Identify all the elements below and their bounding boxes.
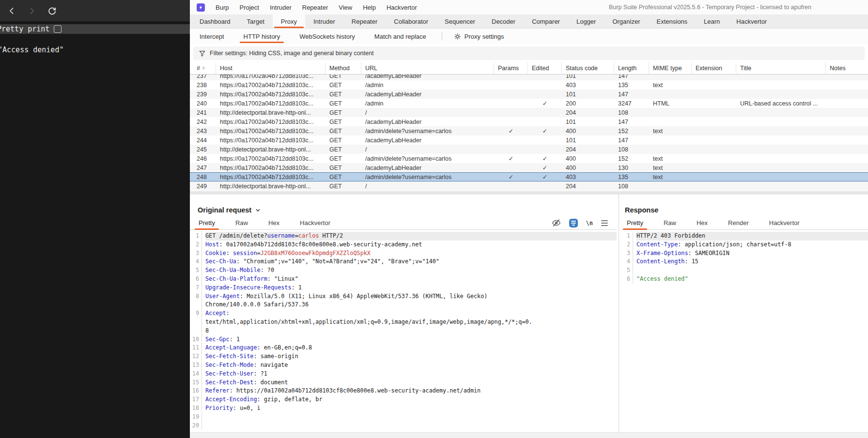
browser-pane: Pretty print "Access denied" bbox=[0, 0, 190, 438]
filter-settings-bar[interactable]: Filter settings: Hiding CSS, image and g… bbox=[193, 46, 865, 60]
newline-display-icon[interactable]: \n bbox=[586, 220, 593, 227]
http-history-row-244[interactable]: 244https://0a17002a04b712dd8103c...GET/a… bbox=[190, 136, 868, 145]
code-line: 8User-Agent: Mozilla/5.0 (X11; Linux x86… bbox=[190, 292, 617, 301]
menu-item-hackvertor[interactable]: Hackvertor bbox=[387, 4, 417, 11]
http-history-row-240[interactable]: 240https://0a17002a04b712dd8103c...GET/a… bbox=[190, 99, 868, 108]
code-line: 17Accept-Encoding: gzip, deflate, br bbox=[190, 395, 617, 404]
code-line: 8 bbox=[190, 327, 617, 335]
main-tab-collaborator[interactable]: Collaborator bbox=[386, 15, 436, 28]
main-tab-dashboard[interactable]: Dashboard bbox=[191, 15, 239, 28]
proxy-settings-button[interactable]: Proxy settings bbox=[448, 29, 510, 44]
subtab-websockets-history[interactable]: WebSockets history bbox=[290, 29, 365, 44]
response-tab-hex[interactable]: Hex bbox=[693, 216, 712, 229]
code-line: 10Sec-Gpc: 1 bbox=[190, 335, 617, 344]
request-panel: Original request PrettyRawHexHackvertor bbox=[190, 195, 617, 438]
main-tab-sequencer[interactable]: Sequencer bbox=[436, 15, 483, 28]
request-tab-hackvertor[interactable]: Hackvertor bbox=[296, 216, 334, 229]
main-tab-hackvertor[interactable]: Hackvertor bbox=[728, 15, 775, 28]
column-header-host[interactable]: Host bbox=[216, 62, 326, 74]
main-tab-organizer[interactable]: Organizer bbox=[604, 15, 648, 28]
column-header-notes[interactable]: Notes bbox=[826, 62, 868, 74]
main-tab-proxy[interactable]: Proxy bbox=[273, 15, 305, 28]
http-history-row-241[interactable]: 241http://detectportal.brave-http-onl...… bbox=[190, 108, 868, 117]
http-history-row-237[interactable]: 237https://0a17002a04b712dd8103c...GET/a… bbox=[190, 75, 868, 80]
back-icon[interactable] bbox=[8, 7, 16, 15]
column-header-edited[interactable]: Edited bbox=[528, 62, 562, 74]
response-panel-title: Response bbox=[621, 195, 868, 216]
column-header-status-code[interactable]: Status code bbox=[562, 62, 614, 74]
bottom-scrollbar-strip[interactable] bbox=[190, 432, 868, 438]
menu-item-burp[interactable]: Burp bbox=[216, 4, 229, 11]
burp-logo-icon bbox=[197, 3, 205, 12]
http-history-row-247[interactable]: 247https://0a17002a04b712dd8103c...GET/a… bbox=[190, 163, 868, 172]
menu-item-repeater[interactable]: Repeater bbox=[302, 4, 328, 11]
code-line: 4Sec-Ch-Ua: "Chromium";v="140", "Not=A?B… bbox=[190, 257, 617, 266]
column-header-url[interactable]: URL bbox=[361, 62, 494, 74]
code-line: 14Sec-Fetch-User: ?1 bbox=[190, 370, 617, 378]
eye-slash-icon[interactable] bbox=[552, 218, 561, 227]
pretty-print-checkbox[interactable] bbox=[54, 25, 62, 33]
subtab-intercept[interactable]: Intercept bbox=[190, 29, 234, 44]
code-line: 3X-Frame-Options: SAMEORIGIN bbox=[621, 249, 868, 258]
filter-settings-text: Filter settings: Hiding CSS, image and g… bbox=[210, 50, 373, 57]
http-history-row-245[interactable]: 245http://detectportal.brave-http-onl...… bbox=[190, 145, 868, 154]
http-history-row-242[interactable]: 242https://0a17002a04b712dd8103c...GET/a… bbox=[190, 117, 868, 126]
code-line: text/html,application/xhtml+xml,applicat… bbox=[190, 318, 617, 327]
pretty-print-icon[interactable] bbox=[569, 219, 578, 227]
code-line: 6"Access denied" bbox=[621, 275, 868, 284]
burp-window: BurpProjectIntruderRepeaterViewHelpHackv… bbox=[190, 0, 868, 438]
menu-item-view[interactable]: View bbox=[339, 4, 352, 11]
column-header-title[interactable]: Title bbox=[736, 62, 826, 74]
horizontal-splitter[interactable] bbox=[190, 191, 868, 195]
main-tab-intruder[interactable]: Intruder bbox=[305, 15, 343, 28]
chevron-down-icon[interactable] bbox=[255, 208, 261, 213]
hamburger-menu-icon[interactable] bbox=[601, 220, 608, 226]
main-tab-target[interactable]: Target bbox=[239, 15, 273, 28]
column-header-length[interactable]: Length bbox=[614, 62, 649, 74]
menu-item-intruder[interactable]: Intruder bbox=[270, 4, 292, 11]
column-header-mime-type[interactable]: MIME type bbox=[649, 62, 692, 74]
http-history-row-248[interactable]: 248https://0a17002a04b712dd8103c...GET/a… bbox=[190, 172, 868, 181]
vertical-splitter[interactable] bbox=[617, 195, 621, 438]
main-tab-comparer[interactable]: Comparer bbox=[524, 15, 568, 28]
code-line: 1GET /admin/delete?username=carlos HTTP/… bbox=[190, 232, 617, 241]
main-tab-decoder[interactable]: Decoder bbox=[483, 15, 524, 28]
response-editor[interactable]: 1HTTP/2 403 Forbidden2Content-Type: appl… bbox=[621, 230, 868, 438]
response-tab-hackvertor[interactable]: Hackvertor bbox=[765, 216, 804, 229]
forward-icon[interactable] bbox=[28, 7, 36, 15]
code-line: 13Sec-Fetch-Mode: navigate bbox=[190, 361, 617, 370]
request-tab-pretty[interactable]: Pretty bbox=[195, 216, 219, 229]
subtab-http-history[interactable]: HTTP history bbox=[234, 29, 290, 44]
main-tab-learn[interactable]: Learn bbox=[696, 15, 728, 28]
http-history-row-243[interactable]: 243https://0a17002a04b712dd8103c...GET/a… bbox=[190, 126, 868, 136]
main-tab-logger[interactable]: Logger bbox=[568, 15, 604, 28]
subtab-match-and-replace[interactable]: Match and replace bbox=[365, 29, 436, 44]
http-history-row-238[interactable]: 238https://0a17002a04b712dd8103c...GET/a… bbox=[190, 80, 868, 90]
code-line: 16Referer: https://0a17002a04b712dd8103c… bbox=[190, 387, 617, 395]
response-tab-raw[interactable]: Raw bbox=[660, 216, 680, 229]
http-history-row-249[interactable]: 249http://detectportal.brave-http-onl...… bbox=[190, 181, 868, 191]
main-tab-extensions[interactable]: Extensions bbox=[649, 15, 696, 28]
subtab-list: InterceptHTTP historyWebSockets historyM… bbox=[190, 29, 436, 44]
request-tab-raw[interactable]: Raw bbox=[232, 216, 252, 229]
menu-item-project[interactable]: Project bbox=[239, 4, 259, 11]
code-line: 1HTTP/2 403 Forbidden bbox=[621, 232, 868, 241]
request-editor[interactable]: 1GET /admin/delete?username=carlos HTTP/… bbox=[190, 230, 617, 438]
response-tab-render[interactable]: Render bbox=[724, 216, 753, 229]
reload-icon[interactable] bbox=[47, 6, 57, 15]
request-tab-hex[interactable]: Hex bbox=[264, 216, 283, 229]
column-header-extension[interactable]: Extension bbox=[692, 62, 736, 74]
http-history-row-246[interactable]: 246https://0a17002a04b712dd8103c...GET/a… bbox=[190, 154, 868, 163]
code-line: 5Sec-Ch-Ua-Mobile: ?0 bbox=[190, 266, 617, 275]
column-header-number[interactable]: #∧ bbox=[190, 62, 216, 74]
gear-icon bbox=[454, 33, 461, 40]
http-history-row-239[interactable]: 239https://0a17002a04b712dd8103c...GET/a… bbox=[190, 90, 868, 99]
response-tab-pretty[interactable]: Pretty bbox=[623, 216, 647, 229]
column-header-method[interactable]: Method bbox=[326, 62, 361, 74]
browser-body-text: "Access denied" bbox=[0, 45, 190, 54]
menu-item-help[interactable]: Help bbox=[363, 4, 376, 11]
code-line: 4Content-Length: 15 bbox=[621, 257, 868, 266]
main-tab-repeater[interactable]: Repeater bbox=[343, 15, 386, 28]
request-toolbar-icons: \n bbox=[552, 218, 608, 227]
column-header-params[interactable]: Params bbox=[494, 62, 528, 74]
